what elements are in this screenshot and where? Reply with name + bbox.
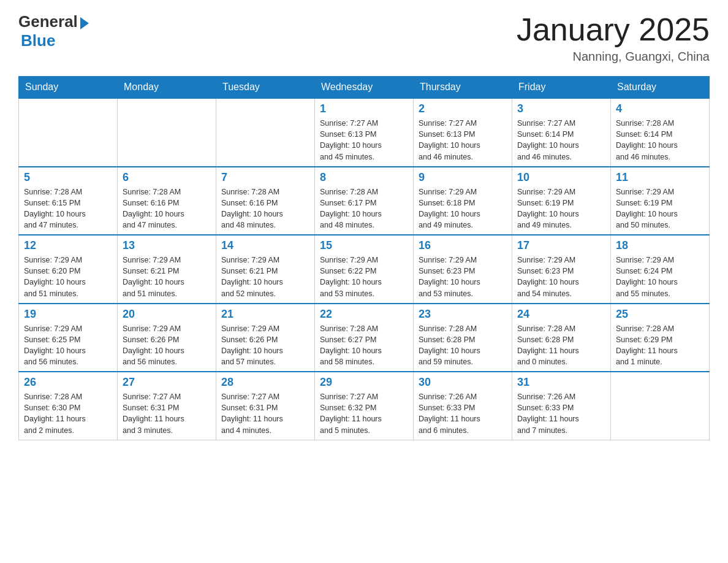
day-number: 22 [320,308,408,321]
calendar-day-cell: 28Sunrise: 7:27 AM Sunset: 6:31 PM Dayli… [216,372,315,440]
day-sun-info: Sunrise: 7:27 AM Sunset: 6:31 PM Dayligh… [123,391,211,436]
day-number: 23 [419,308,507,321]
calendar-day-cell: 15Sunrise: 7:29 AM Sunset: 6:22 PM Dayli… [315,235,414,304]
day-sun-info: Sunrise: 7:28 AM Sunset: 6:14 PM Dayligh… [616,118,704,163]
day-number: 9 [419,171,507,184]
day-number: 25 [616,308,704,321]
calendar-week-row: 19Sunrise: 7:29 AM Sunset: 6:25 PM Dayli… [19,304,710,372]
day-number: 28 [221,376,309,389]
day-sun-info: Sunrise: 7:28 AM Sunset: 6:17 PM Dayligh… [320,186,408,231]
calendar-day-cell: 9Sunrise: 7:29 AM Sunset: 6:18 PM Daylig… [414,167,512,236]
calendar-day-cell: 31Sunrise: 7:26 AM Sunset: 6:33 PM Dayli… [512,372,611,440]
day-sun-info: Sunrise: 7:26 AM Sunset: 6:33 PM Dayligh… [517,391,605,436]
day-number: 5 [24,171,112,184]
day-sun-info: Sunrise: 7:29 AM Sunset: 6:22 PM Dayligh… [320,255,408,299]
day-number: 14 [221,239,309,252]
day-sun-info: Sunrise: 7:29 AM Sunset: 6:26 PM Dayligh… [123,323,211,368]
calendar-day-cell: 29Sunrise: 7:27 AM Sunset: 6:32 PM Dayli… [315,372,414,440]
day-sun-info: Sunrise: 7:27 AM Sunset: 6:32 PM Dayligh… [320,391,408,436]
location-subtitle: Nanning, Guangxi, China [517,50,710,64]
calendar-day-cell: 26Sunrise: 7:28 AM Sunset: 6:30 PM Dayli… [19,372,118,440]
calendar-table: SundayMondayTuesdayWednesdayThursdayFrid… [18,76,710,440]
day-sun-info: Sunrise: 7:29 AM Sunset: 6:24 PM Dayligh… [616,255,704,299]
day-sun-info: Sunrise: 7:29 AM Sunset: 6:19 PM Dayligh… [517,186,605,231]
calendar-day-cell: 22Sunrise: 7:28 AM Sunset: 6:27 PM Dayli… [315,304,414,372]
day-sun-info: Sunrise: 7:27 AM Sunset: 6:31 PM Dayligh… [221,391,309,436]
day-number: 19 [24,308,112,321]
calendar-day-cell: 4Sunrise: 7:28 AM Sunset: 6:14 PM Daylig… [611,98,710,167]
calendar-week-row: 12Sunrise: 7:29 AM Sunset: 6:20 PM Dayli… [19,235,710,304]
calendar-header-wednesday: Wednesday [315,77,414,99]
day-sun-info: Sunrise: 7:29 AM Sunset: 6:23 PM Dayligh… [419,255,507,299]
day-number: 20 [123,308,211,321]
calendar-day-cell: 30Sunrise: 7:26 AM Sunset: 6:33 PM Dayli… [414,372,512,440]
calendar-day-cell: 17Sunrise: 7:29 AM Sunset: 6:23 PM Dayli… [512,235,611,304]
day-number: 18 [616,239,704,252]
day-number: 2 [419,102,507,115]
calendar-day-cell: 11Sunrise: 7:29 AM Sunset: 6:19 PM Dayli… [611,167,710,236]
day-number: 29 [320,376,408,389]
calendar-header-monday: Monday [118,77,216,99]
day-sun-info: Sunrise: 7:28 AM Sunset: 6:16 PM Dayligh… [123,186,211,231]
day-number: 31 [517,376,605,389]
day-number: 30 [419,376,507,389]
logo-general-text: General [18,12,78,31]
calendar-day-cell: 23Sunrise: 7:28 AM Sunset: 6:28 PM Dayli… [414,304,512,372]
calendar-day-cell [216,98,315,167]
day-number: 13 [123,239,211,252]
day-number: 12 [24,239,112,252]
day-number: 27 [123,376,211,389]
day-number: 15 [320,239,408,252]
calendar-day-cell [118,98,216,167]
calendar-day-cell: 7Sunrise: 7:28 AM Sunset: 6:16 PM Daylig… [216,167,315,236]
day-number: 4 [616,102,704,115]
day-sun-info: Sunrise: 7:28 AM Sunset: 6:30 PM Dayligh… [24,391,112,436]
calendar-day-cell: 6Sunrise: 7:28 AM Sunset: 6:16 PM Daylig… [118,167,216,236]
calendar-day-cell: 14Sunrise: 7:29 AM Sunset: 6:21 PM Dayli… [216,235,315,304]
day-sun-info: Sunrise: 7:29 AM Sunset: 6:23 PM Dayligh… [517,255,605,299]
logo-blue-text: Blue [21,31,55,50]
day-number: 17 [517,239,605,252]
calendar-day-cell: 2Sunrise: 7:27 AM Sunset: 6:13 PM Daylig… [414,98,512,167]
title-section: January 2025 Nanning, Guangxi, China [517,12,710,64]
calendar-week-row: 5Sunrise: 7:28 AM Sunset: 6:15 PM Daylig… [19,167,710,236]
day-sun-info: Sunrise: 7:27 AM Sunset: 6:13 PM Dayligh… [320,118,408,163]
calendar-week-row: 1Sunrise: 7:27 AM Sunset: 6:13 PM Daylig… [19,98,710,167]
day-sun-info: Sunrise: 7:27 AM Sunset: 6:14 PM Dayligh… [517,118,605,163]
day-sun-info: Sunrise: 7:27 AM Sunset: 6:13 PM Dayligh… [419,118,507,163]
page-header: General Blue January 2025 Nanning, Guang… [18,12,710,64]
calendar-day-cell: 27Sunrise: 7:27 AM Sunset: 6:31 PM Dayli… [118,372,216,440]
day-sun-info: Sunrise: 7:29 AM Sunset: 6:19 PM Dayligh… [616,186,704,231]
calendar-header-tuesday: Tuesday [216,77,315,99]
logo: General Blue [18,12,89,50]
calendar-day-cell: 3Sunrise: 7:27 AM Sunset: 6:14 PM Daylig… [512,98,611,167]
calendar-day-cell: 20Sunrise: 7:29 AM Sunset: 6:26 PM Dayli… [118,304,216,372]
calendar-day-cell: 16Sunrise: 7:29 AM Sunset: 6:23 PM Dayli… [414,235,512,304]
day-sun-info: Sunrise: 7:29 AM Sunset: 6:21 PM Dayligh… [221,255,309,299]
calendar-day-cell: 25Sunrise: 7:28 AM Sunset: 6:29 PM Dayli… [611,304,710,372]
calendar-header-thursday: Thursday [414,77,512,99]
day-number: 21 [221,308,309,321]
calendar-day-cell: 8Sunrise: 7:28 AM Sunset: 6:17 PM Daylig… [315,167,414,236]
calendar-day-cell: 24Sunrise: 7:28 AM Sunset: 6:28 PM Dayli… [512,304,611,372]
day-sun-info: Sunrise: 7:29 AM Sunset: 6:18 PM Dayligh… [419,186,507,231]
calendar-day-cell: 18Sunrise: 7:29 AM Sunset: 6:24 PM Dayli… [611,235,710,304]
calendar-header-row: SundayMondayTuesdayWednesdayThursdayFrid… [19,77,710,99]
day-number: 1 [320,102,408,115]
logo-arrow-icon [80,17,89,29]
day-number: 26 [24,376,112,389]
calendar-day-cell: 13Sunrise: 7:29 AM Sunset: 6:21 PM Dayli… [118,235,216,304]
day-number: 10 [517,171,605,184]
day-number: 3 [517,102,605,115]
day-sun-info: Sunrise: 7:29 AM Sunset: 6:20 PM Dayligh… [24,255,112,299]
month-title: January 2025 [517,12,710,47]
day-number: 6 [123,171,211,184]
day-sun-info: Sunrise: 7:29 AM Sunset: 6:25 PM Dayligh… [24,323,112,368]
calendar-week-row: 26Sunrise: 7:28 AM Sunset: 6:30 PM Dayli… [19,372,710,440]
day-sun-info: Sunrise: 7:28 AM Sunset: 6:16 PM Dayligh… [221,186,309,231]
day-sun-info: Sunrise: 7:26 AM Sunset: 6:33 PM Dayligh… [419,391,507,436]
day-sun-info: Sunrise: 7:28 AM Sunset: 6:15 PM Dayligh… [24,186,112,231]
day-number: 24 [517,308,605,321]
day-sun-info: Sunrise: 7:29 AM Sunset: 6:26 PM Dayligh… [221,323,309,368]
day-sun-info: Sunrise: 7:28 AM Sunset: 6:28 PM Dayligh… [419,323,507,368]
